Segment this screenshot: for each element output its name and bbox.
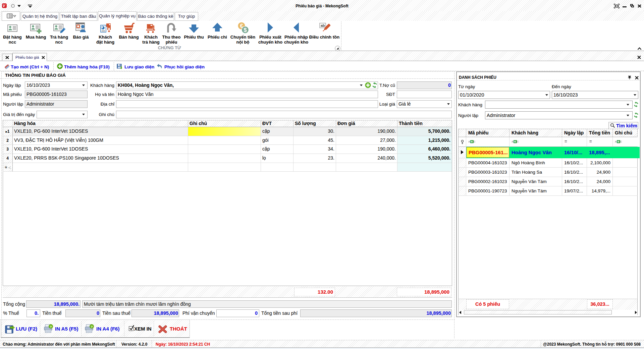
svg-text:?: ?	[91, 325, 93, 329]
svg-text:$: $	[244, 27, 247, 33]
svg-text:?: ?	[50, 325, 52, 329]
svg-text:ab: ab	[321, 23, 325, 27]
